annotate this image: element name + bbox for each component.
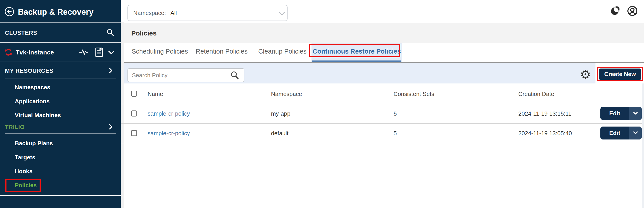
column-header-name: Name — [148, 91, 163, 98]
settings-gear-icon[interactable]: ⚙ — [580, 68, 591, 81]
docs-book-icon[interactable] — [95, 48, 103, 58]
policy-consistent-sets: 5 — [394, 130, 397, 137]
tab-continuous-restore-policies[interactable]: Continuous Restore Policies — [312, 48, 402, 55]
search-icon[interactable] — [106, 29, 114, 37]
namespace-label: Namespace: — [133, 9, 166, 16]
chevron-down-icon[interactable] — [108, 51, 114, 56]
divider — [0, 62, 121, 62]
sidebar: Backup & Recovery CLUSTERS Tvk-Instance — [0, 0, 121, 208]
policy-namespace: default — [271, 130, 288, 137]
active-tab-underline — [312, 61, 401, 62]
policy-creation-date: 2024-11-19 13:05:40 — [518, 130, 572, 137]
divider — [0, 195, 121, 196]
policy-namespace: my-app — [271, 110, 290, 117]
sidebar-item-policies[interactable]: Policies — [15, 182, 37, 189]
row-divider — [121, 123, 642, 124]
divider — [5, 79, 116, 79]
policy-name-link[interactable]: sample-cr-policy — [148, 110, 190, 117]
sidebar-item-virtual-machines[interactable]: Virtual Machines — [15, 112, 61, 119]
namespace-value: All — [170, 9, 177, 16]
sidebar-section-my-resources[interactable]: MY RESOURCES — [5, 67, 53, 74]
divider — [0, 42, 121, 43]
divider — [0, 22, 121, 22]
backup-recovery-app: Backup & Recovery CLUSTERS Tvk-Instance — [0, 0, 644, 208]
search-policy-input[interactable] — [128, 68, 244, 82]
page-title: Policies — [131, 29, 156, 37]
policy-name-link[interactable]: sample-cr-policy — [148, 130, 190, 137]
edit-dropdown-toggle[interactable] — [629, 107, 642, 120]
chevron-right-icon[interactable] — [109, 124, 113, 130]
edit-button[interactable]: Edit — [600, 126, 642, 139]
edit-button-label[interactable]: Edit — [600, 107, 629, 120]
row-divider — [121, 104, 642, 104]
tabs-divider — [124, 62, 644, 63]
edit-button-label[interactable]: Edit — [600, 126, 629, 139]
create-new-button[interactable]: Create New — [599, 69, 641, 80]
sidebar-section-trilio[interactable]: TRILIO — [5, 124, 24, 130]
app-title: Backup & Recovery — [18, 7, 94, 17]
edit-dropdown-toggle[interactable] — [629, 126, 642, 139]
clusters-label: CLUSTERS — [5, 29, 37, 36]
trilio-logo-icon — [5, 48, 12, 57]
policy-consistent-sets: 5 — [394, 110, 397, 117]
select-all-checkbox[interactable] — [131, 91, 137, 97]
column-header-creation-date: Creation Date — [518, 91, 554, 98]
chevron-down-icon — [278, 12, 285, 16]
page-title-band — [124, 22, 644, 43]
tab-retention-policies[interactable]: Retention Policies — [196, 48, 248, 55]
dark-mode-moon-icon[interactable] — [610, 6, 620, 17]
divider — [121, 22, 644, 22]
divider — [5, 133, 116, 134]
sidebar-item-backup-plans[interactable]: Backup Plans — [15, 140, 53, 147]
content-left-gutter — [121, 22, 124, 208]
column-header-consistent-sets: Consistent Sets — [394, 91, 434, 98]
scrollbar-track[interactable] — [642, 84, 644, 208]
edit-button[interactable]: Edit — [600, 107, 642, 120]
sidebar-item-applications[interactable]: Applications — [15, 98, 50, 105]
tab-cleanup-policies[interactable]: Cleanup Policies — [258, 48, 306, 55]
search-icon[interactable] — [230, 71, 239, 81]
tab-scheduling-policies[interactable]: Scheduling Policies — [132, 48, 188, 55]
account-icon[interactable] — [627, 5, 638, 17]
sidebar-item-namespaces[interactable]: Namespaces — [15, 84, 50, 91]
sidebar-item-hooks[interactable]: Hooks — [15, 168, 32, 175]
chevron-right-icon[interactable] — [109, 68, 113, 74]
activity-icon[interactable] — [79, 49, 88, 57]
row-checkbox[interactable] — [131, 110, 137, 116]
column-header-namespace: Namespace — [271, 91, 302, 98]
instance-name[interactable]: Tvk-Instance — [16, 49, 54, 56]
policy-creation-date: 2024-11-19 13:15:11 — [518, 110, 572, 117]
row-checkbox[interactable] — [131, 130, 137, 136]
row-divider — [121, 143, 642, 143]
back-icon[interactable] — [4, 7, 14, 17]
sidebar-item-targets[interactable]: Targets — [15, 154, 35, 161]
namespace-dropdown[interactable]: Namespace: All — [128, 5, 288, 21]
